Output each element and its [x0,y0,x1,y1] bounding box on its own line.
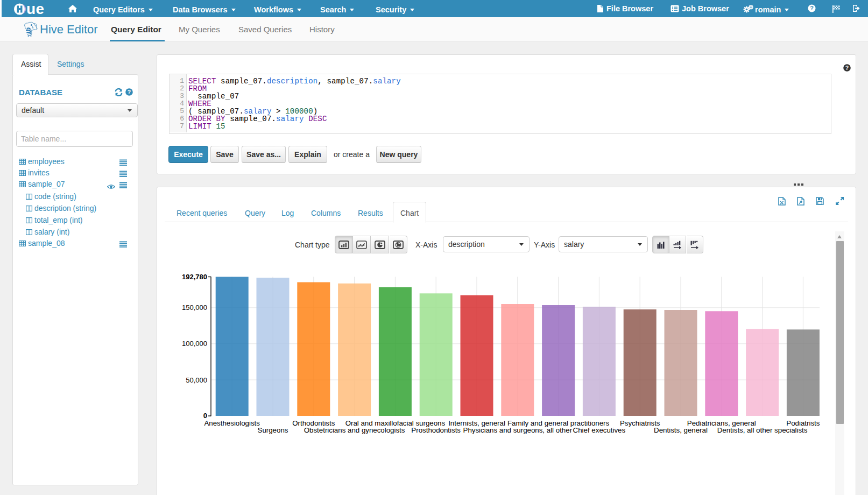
svg-text:?: ? [845,65,849,71]
svg-text:Surgeons: Surgeons [258,426,288,434]
svg-text:?: ? [128,89,131,95]
svg-text:150,000: 150,000 [182,303,207,312]
svg-text:0: 0 [203,412,207,420]
svg-text:Obstetricians and gynecologist: Obstetricians and gynecologists [304,426,405,434]
svg-text:ue: ue [26,1,45,17]
svg-text:?: ? [810,5,814,11]
svg-text:Physicians and surgeons, all o: Physicians and surgeons, all other [463,426,573,434]
svg-text:Dentists, general: Dentists, general [654,426,708,434]
svg-text:100,000: 100,000 [182,340,207,348]
svg-text:50,000: 50,000 [186,376,207,384]
svg-text:Dentists, all other specialist: Dentists, all other specialists [717,426,808,434]
svg-text:192,780: 192,780 [182,273,207,281]
svg-text:Chief executives: Chief executives [573,426,626,434]
svg-text:Prosthodontists: Prosthodontists [411,426,461,434]
svg-text:Anesthesiologists: Anesthesiologists [204,419,260,427]
